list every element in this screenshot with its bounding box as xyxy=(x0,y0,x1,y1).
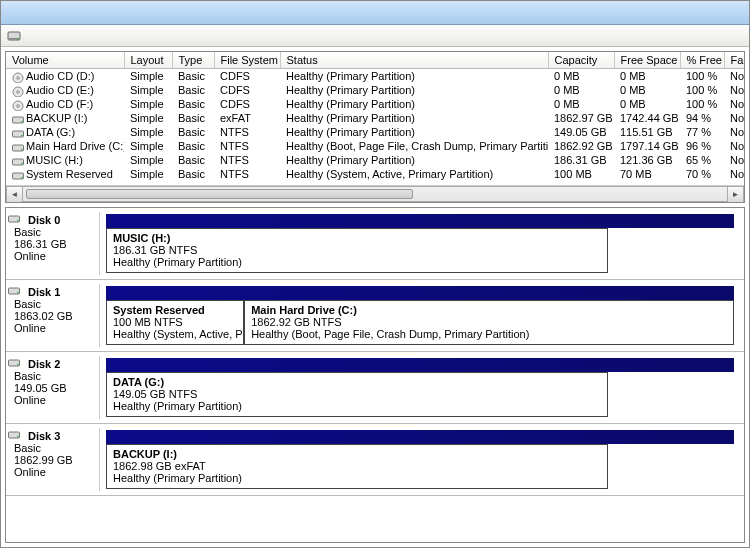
cd-icon xyxy=(12,100,24,110)
hdd-icon xyxy=(12,170,24,180)
svg-point-12 xyxy=(21,135,23,137)
partition-status: Healthy (Primary Partition) xyxy=(113,472,601,484)
partition-status: Healthy (Boot, Page File, Crash Dump, Pr… xyxy=(251,328,727,340)
partition-name: MUSIC (H:) xyxy=(113,232,601,244)
volume-row[interactable]: Audio CD (F:)SimpleBasicCDFSHealthy (Pri… xyxy=(6,97,745,111)
partition-status: Healthy (Primary Partition) xyxy=(113,400,601,412)
col-pctfree[interactable]: % Free xyxy=(680,52,724,69)
partition-detail: 100 MB NTFS xyxy=(113,316,237,328)
svg-point-2 xyxy=(17,38,19,40)
disk-row[interactable]: Disk 2Basic149.05 GBOnlineDATA (G:)149.0… xyxy=(6,352,744,424)
volume-row[interactable]: Main Hard Drive (C:)SimpleBasicNTFSHealt… xyxy=(6,139,745,153)
col-fault[interactable]: Fault T xyxy=(724,52,745,69)
col-volume[interactable]: Volume xyxy=(6,52,124,69)
disk-name: Disk 0 xyxy=(28,214,99,226)
volume-row[interactable]: Audio CD (D:)SimpleBasicCDFSHealthy (Pri… xyxy=(6,69,745,84)
partition-detail: 186.31 GB NTFS xyxy=(113,244,601,256)
disk-header-bar xyxy=(106,214,734,228)
volume-row[interactable]: MUSIC (H:)SimpleBasicNTFSHealthy (Primar… xyxy=(6,153,745,167)
svg-point-8 xyxy=(17,105,20,108)
partition-box[interactable]: Main Hard Drive (C:)1862.92 GB NTFSHealt… xyxy=(244,300,734,345)
partition-status: Healthy (Primary Partition) xyxy=(113,256,601,268)
app-icon xyxy=(7,29,21,43)
partition-box[interactable]: System Reserved100 MB NTFSHealthy (Syste… xyxy=(106,300,244,345)
col-layout[interactable]: Layout xyxy=(124,52,172,69)
partition-status: Healthy (System, Active, Prim xyxy=(113,328,237,340)
hdd-icon xyxy=(12,156,24,166)
partition-detail: 1862.92 GB NTFS xyxy=(251,316,727,328)
disk-graphical-view[interactable]: Disk 0Basic186.31 GBOnlineMUSIC (H:)186.… xyxy=(5,207,745,543)
disk-row[interactable]: Disk 3Basic1862.99 GBOnlineBACKUP (I:)18… xyxy=(6,424,744,496)
svg-point-6 xyxy=(17,91,20,94)
scroll-left-arrow[interactable]: ◄ xyxy=(6,186,23,203)
svg-point-16 xyxy=(21,163,23,165)
disk-info[interactable]: Disk 0Basic186.31 GBOnline xyxy=(10,212,100,275)
volume-row[interactable]: DATA (G:)SimpleBasicNTFSHealthy (Primary… xyxy=(6,125,745,139)
disk-size: 186.31 GB xyxy=(14,238,99,250)
hdd-icon xyxy=(12,128,24,138)
disk-row[interactable]: Disk 0Basic186.31 GBOnlineMUSIC (H:)186.… xyxy=(6,208,744,280)
volume-row[interactable]: System ReservedSimpleBasicNTFSHealthy (S… xyxy=(6,167,745,181)
hdd-icon xyxy=(12,142,24,152)
disk-info[interactable]: Disk 1Basic1863.02 GBOnline xyxy=(10,284,100,347)
scroll-track[interactable] xyxy=(23,186,727,202)
disk-status: Online xyxy=(14,466,99,478)
volume-row[interactable]: Audio CD (E:)SimpleBasicCDFSHealthy (Pri… xyxy=(6,83,745,97)
disk-info[interactable]: Disk 3Basic1862.99 GBOnline xyxy=(10,428,100,491)
scroll-right-arrow[interactable]: ► xyxy=(727,186,744,203)
partition-box[interactable]: MUSIC (H:)186.31 GB NTFSHealthy (Primary… xyxy=(106,228,608,273)
hdd-icon xyxy=(12,114,24,124)
col-capacity[interactable]: Capacity xyxy=(548,52,614,69)
column-header-row[interactable]: Volume Layout Type File System Status Ca… xyxy=(6,52,745,69)
window-titlebar[interactable] xyxy=(1,1,749,25)
disk-status: Online xyxy=(14,394,99,406)
partition-name: System Reserved xyxy=(113,304,237,316)
partition-box[interactable]: DATA (G:)149.05 GB NTFSHealthy (Primary … xyxy=(106,372,608,417)
hdd-icon xyxy=(8,430,20,442)
disk-name: Disk 1 xyxy=(28,286,99,298)
disk-size: 149.05 GB xyxy=(14,382,99,394)
horizontal-scrollbar[interactable]: ◄ ► xyxy=(6,185,744,202)
toolbar xyxy=(1,25,749,47)
disk-type: Basic xyxy=(14,442,99,454)
svg-point-10 xyxy=(21,121,23,123)
partition-detail: 1862.98 GB exFAT xyxy=(113,460,601,472)
volume-row[interactable]: BACKUP (I:)SimpleBasicexFATHealthy (Prim… xyxy=(6,111,745,125)
svg-point-22 xyxy=(17,292,19,294)
svg-point-20 xyxy=(17,220,19,222)
partition-name: BACKUP (I:) xyxy=(113,448,601,460)
cd-icon xyxy=(12,86,24,96)
unallocated-space xyxy=(608,228,734,273)
disk-info[interactable]: Disk 2Basic149.05 GBOnline xyxy=(10,356,100,419)
cd-icon xyxy=(12,72,24,82)
disk-header-bar xyxy=(106,430,734,444)
partition-name: Main Hard Drive (C:) xyxy=(251,304,727,316)
partition-detail: 149.05 GB NTFS xyxy=(113,388,601,400)
col-status[interactable]: Status xyxy=(280,52,548,69)
disk-size: 1863.02 GB xyxy=(14,310,99,322)
unallocated-space xyxy=(608,372,734,417)
disk-header-bar xyxy=(106,286,734,300)
col-filesystem[interactable]: File System xyxy=(214,52,280,69)
hdd-icon xyxy=(8,358,20,370)
svg-point-24 xyxy=(17,364,19,366)
disk-type: Basic xyxy=(14,370,99,382)
disk-row[interactable]: Disk 1Basic1863.02 GBOnlineSystem Reserv… xyxy=(6,280,744,352)
disk-name: Disk 3 xyxy=(28,430,99,442)
svg-point-18 xyxy=(21,177,23,179)
disk-size: 1862.99 GB xyxy=(14,454,99,466)
scroll-thumb[interactable] xyxy=(26,189,413,199)
disk-header-bar xyxy=(106,358,734,372)
col-freespace[interactable]: Free Space xyxy=(614,52,680,69)
unallocated-space xyxy=(608,444,734,489)
disk-status: Online xyxy=(14,250,99,262)
partition-box[interactable]: BACKUP (I:)1862.98 GB exFATHealthy (Prim… xyxy=(106,444,608,489)
svg-point-26 xyxy=(17,436,19,438)
disk-status: Online xyxy=(14,322,99,334)
volume-list[interactable]: Volume Layout Type File System Status Ca… xyxy=(5,51,745,203)
disk-type: Basic xyxy=(14,298,99,310)
hdd-icon xyxy=(8,214,20,226)
disk-name: Disk 2 xyxy=(28,358,99,370)
svg-point-4 xyxy=(17,77,20,80)
col-type[interactable]: Type xyxy=(172,52,214,69)
